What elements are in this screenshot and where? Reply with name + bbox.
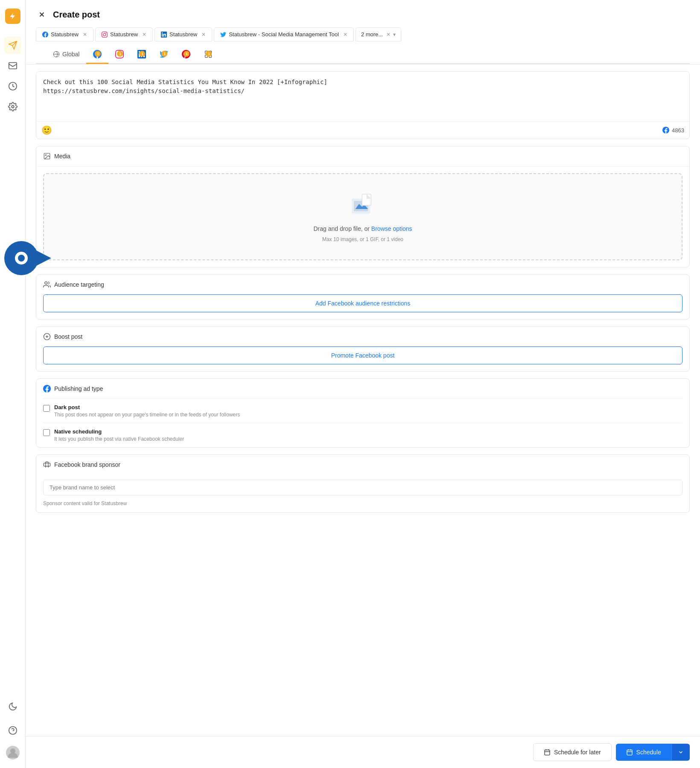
brand-sponsor-header: Facebook brand sponsor (36, 455, 689, 474)
tab-facebook-statusbrew[interactable]: Statusbrew ✕ (36, 27, 93, 41)
publishing-section-title: Publishing ad type (54, 385, 103, 392)
add-audience-restrictions-button[interactable]: Add Facebook audience restrictions (43, 294, 682, 312)
tab-close-1[interactable]: ✕ (142, 32, 146, 38)
publishing-section: Publishing ad type Dark post This post d… (36, 378, 690, 448)
sidebar-logo[interactable] (5, 9, 20, 24)
promote-facebook-post-button[interactable]: Promote Facebook post (43, 346, 682, 364)
close-button[interactable] (36, 9, 48, 20)
sidebar-item-help[interactable] (4, 722, 21, 739)
avatar[interactable] (6, 746, 20, 759)
tab-close-0[interactable]: ✕ (83, 32, 87, 38)
post-text-input[interactable]: Check out this 100 Social Media Statisti… (36, 72, 689, 119)
audience-section: Audience targeting Add Facebook audience… (36, 274, 690, 320)
tab-close-3[interactable]: ✕ (343, 32, 347, 38)
text-footer: 🙂 4863 (36, 121, 689, 139)
ptab-pinterest[interactable]: 1 (175, 47, 197, 64)
ptab-global-label: Global (62, 51, 79, 58)
page-title: Create post (53, 10, 100, 20)
dark-post-checkbox[interactable] (43, 405, 50, 412)
tab-more-label: 2 more... (361, 31, 383, 38)
tab-more-button[interactable]: 2 more... ✕ ▾ (356, 27, 401, 41)
tab-close-2[interactable]: ✕ (201, 32, 206, 38)
schedule-main-button[interactable]: Schedule (616, 744, 671, 761)
schedule-label: Schedule (636, 749, 661, 756)
ptab-facebook[interactable]: 1 (86, 47, 108, 64)
brand-sponsor-description: Sponsor content valid for Statusbrew (36, 500, 689, 512)
tab-label: Statusbrew (169, 31, 197, 38)
schedule-later-button[interactable]: Schedule for later (533, 743, 612, 761)
drop-zone-text: Drag and drop file, or Browse options (313, 225, 412, 232)
chevron-down-icon[interactable]: ▾ (393, 32, 396, 38)
audience-section-title: Audience targeting (54, 281, 104, 288)
brand-sponsor-title: Facebook brand sponsor (54, 461, 120, 468)
tabs-row: Statusbrew ✕ Statusbrew ✕ Statusbrew ✕ S… (36, 27, 690, 41)
media-section-header: Media (36, 146, 689, 166)
boost-section-header: Boost post (36, 327, 689, 346)
tab-label: Statusbrew (110, 31, 138, 38)
tab-twitter-statusbrew[interactable]: Statusbrew - Social Media Management Too… (214, 27, 354, 41)
ptab-linkedin[interactable]: 1 (131, 47, 153, 64)
sidebar (0, 0, 26, 768)
footer: Schedule for later Schedule (26, 736, 700, 768)
dark-post-description: This post does not appear on your page's… (54, 412, 240, 418)
media-section: Media Drag and drop file, or Browse (36, 146, 690, 268)
post-form: Check out this 100 Social Media Statisti… (26, 64, 700, 527)
svg-point-19 (45, 282, 47, 284)
ptab-instagram[interactable]: 1 (108, 47, 131, 64)
content-area: Check out this 100 Social Media Statisti… (26, 64, 700, 736)
boost-section-title: Boost post (54, 333, 82, 340)
boost-section: Boost post Promote Facebook post (36, 326, 690, 372)
svg-rect-27 (627, 750, 632, 755)
tab-linkedin-statusbrew[interactable]: Statusbrew ✕ (155, 27, 212, 41)
brand-sponsor-section: Facebook brand sponsor Sponsor content v… (36, 454, 690, 513)
header: Create post Statusbrew ✕ Statusbrew ✕ St… (26, 0, 700, 64)
media-drop-zone[interactable]: Drag and drop file, or Browse options Ma… (43, 173, 682, 260)
sidebar-item-moon[interactable] (4, 698, 21, 715)
dark-post-label: Dark post (54, 404, 240, 410)
svg-rect-0 (9, 63, 16, 69)
svg-rect-23 (545, 750, 550, 755)
schedule-later-label: Schedule for later (554, 749, 601, 756)
tab-more-close[interactable]: ✕ (386, 32, 391, 38)
drop-zone-subtext: Max 10 images, or 1 GIF, or 1 video (322, 236, 403, 242)
dark-post-row: Dark post This post does not appear on y… (36, 399, 689, 423)
media-section-title: Media (54, 153, 70, 160)
platform-tabs: Global 1 1 1 (36, 41, 690, 64)
audience-section-header: Audience targeting (36, 275, 689, 294)
char-count: 4863 (662, 127, 684, 134)
native-scheduling-label: Native scheduling (54, 428, 184, 435)
emoji-icon[interactable]: 🙂 (41, 125, 52, 135)
native-scheduling-description: It lets you publish the post via native … (54, 436, 184, 442)
native-scheduling-row: Native scheduling It lets you publish th… (36, 423, 689, 447)
publishing-section-header: Publishing ad type (36, 379, 689, 399)
ptab-extra[interactable]: 1 (197, 47, 219, 64)
ptab-twitter[interactable]: 1 (153, 47, 175, 64)
sidebar-item-publish[interactable] (4, 37, 21, 54)
header-title-row: Create post (36, 9, 690, 20)
svg-point-13 (45, 154, 46, 155)
tab-label: Statusbrew (51, 31, 79, 38)
sidebar-item-inbox[interactable] (4, 57, 21, 74)
char-count-value: 4863 (672, 127, 684, 134)
native-scheduling-checkbox[interactable] (43, 429, 50, 436)
svg-point-2 (12, 105, 14, 108)
ptab-global[interactable]: Global (46, 47, 86, 63)
sidebar-item-settings[interactable] (4, 98, 21, 115)
brand-name-input[interactable] (43, 480, 682, 495)
tab-label: Statusbrew - Social Media Management Too… (229, 31, 339, 38)
sidebar-item-analytics[interactable] (4, 78, 21, 95)
sidebar-bottom (4, 698, 21, 759)
schedule-button-group: Schedule (616, 744, 690, 761)
schedule-dropdown-button[interactable] (671, 744, 690, 760)
text-editor: Check out this 100 Social Media Statisti… (36, 71, 690, 139)
main-panel: Create post Statusbrew ✕ Statusbrew ✕ St… (26, 0, 700, 768)
tab-instagram-statusbrew[interactable]: Statusbrew ✕ (95, 27, 153, 41)
browse-options-link[interactable]: Browse options (371, 225, 412, 232)
